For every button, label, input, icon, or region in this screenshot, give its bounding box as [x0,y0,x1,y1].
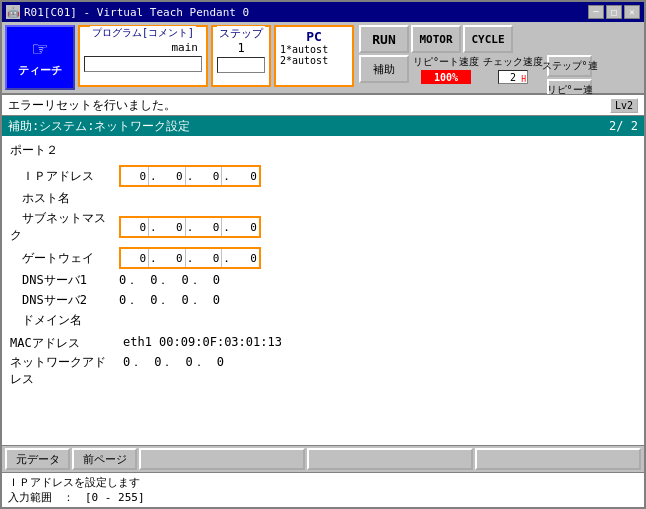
ip-field-1[interactable] [121,167,149,185]
speed-bar: 100% [421,70,471,84]
gateway-dot-3: . [222,252,231,265]
moto-data-button[interactable]: 元データ [5,448,70,470]
domain-label: ドメイン名 [10,312,115,329]
toolbar-right-top: RUN MOTOR CYCLE [359,25,592,53]
gateway-dot-1: . [149,252,158,265]
subnet-row: サブネットマスク . . . [10,210,636,244]
mac-row: MACアドレス eth1 00:09:0F:03:01:13 [10,335,636,352]
error-message: エラーリセットを行いました。 [8,97,176,114]
title-bar: 🤖 R01[C01] - Virtual Teach Pendant 0 ─ □… [2,2,644,22]
subnet-field-2[interactable] [158,218,186,236]
network-addr-value: 0． 0． 0． 0 [123,354,224,388]
subnet-field-3[interactable] [194,218,222,236]
toolbar-right: RUN MOTOR CYCLE 補助 リピ°ート速度 100% チェック速度 2… [359,25,592,90]
hojo-button[interactable]: 補助 [359,55,409,83]
status-bar: ＩＰアドレスを設定します 入力範囲 ： [0 - 255] [2,472,644,507]
dns1-row: DNSサーバ1 0． 0． 0． 0 [10,272,636,289]
gateway-field-4[interactable] [231,249,259,267]
teach-hand-icon: ☞ [33,37,47,61]
ip-field-3[interactable] [194,167,222,185]
port-label: ポート２ [10,142,636,159]
hostname-label: ホスト名 [10,190,115,207]
mac-value: eth1 00:09:0F:03:01:13 [123,335,282,352]
step-block: ステップ 1 [211,25,271,87]
dns2-label: DNSサーバ2 [10,292,115,309]
ip-dot-3: . [222,170,231,183]
gateway-field-2[interactable] [158,249,186,267]
check-h-indicator: H [521,75,526,84]
program-input[interactable] [84,56,202,72]
dns1-label: DNSサーバ1 [10,272,115,289]
gateway-label: ゲートウェイ [10,250,115,267]
program-label: プログラム[コメント] [90,26,196,40]
network-grid: ＩＰアドレス . . . ホスト名 サブネットマスク [10,165,636,329]
program-block: プログラム[コメント] main [78,25,208,87]
speed-value: 100% [434,72,458,83]
dns1-value: 0． 0． 0． 0 [119,272,220,289]
ip-label: ＩＰアドレス [10,168,115,185]
mac-section: MACアドレス eth1 00:09:0F:03:01:13 ネットワークアドレ… [10,335,636,390]
teach-label: ティーチ [18,63,62,78]
subnet-dot-3: . [222,221,231,234]
subnet-label: サブネットマスク [10,210,115,244]
subnet-field-4[interactable] [231,218,259,236]
program-value: main [84,41,202,54]
toolbar-mid: プログラム[コメント] main ステップ 1 PC 1*autost 2*au… [78,25,354,90]
empty-btn-5 [475,448,641,470]
gateway-dot-2: . [186,252,195,265]
cycle-button[interactable]: CYCLE [463,25,513,53]
program-step-row: プログラム[コメント] main ステップ 1 PC 1*autost 2*au… [78,25,354,87]
subnet-input-group[interactable]: . . . [119,216,261,238]
maximize-button[interactable]: □ [606,5,622,19]
lv-badge: Lv2 [610,98,638,113]
check-speed-section: チェック速度 2 H [483,55,543,84]
ip-field-2[interactable] [158,167,186,185]
app-icon: 🤖 [6,5,20,19]
empty-btn-3 [139,448,305,470]
dns2-value: 0． 0． 0． 0 [119,292,220,309]
step-input[interactable] [217,57,265,73]
check-speed-label: チェック速度 [483,55,543,69]
network-addr-row: ネットワークアドレス 0． 0． 0． 0 [10,354,636,388]
prev-page-button[interactable]: 前ページ [72,448,137,470]
ip-address-row: ＩＰアドレス . . . [10,165,636,187]
minimize-button[interactable]: ─ [588,5,604,19]
status-line1: ＩＰアドレスを設定します [8,475,638,490]
breadcrumb-bar: 補助:システム:ネットワーク設定 2/ 2 [2,116,644,136]
run-button[interactable]: RUN [359,25,409,53]
page-indicator: 2/ 2 [609,119,638,133]
title-bar-left: 🤖 R01[C01] - Virtual Teach Pendant 0 [6,5,249,19]
ip-input-group[interactable]: . . . [119,165,261,187]
subnet-dot-2: . [186,221,195,234]
dns2-row: DNSサーバ2 0． 0． 0． 0 [10,292,636,309]
teach-button[interactable]: ☞ ティーチ [5,25,75,90]
gateway-field-1[interactable] [121,249,149,267]
breadcrumb-path: 補助:システム:ネットワーク設定 [8,118,190,135]
mac-label: MACアドレス [10,335,115,352]
error-bar: エラーリセットを行いました。 Lv2 [2,94,644,116]
hostname-row: ホスト名 [10,190,636,207]
check-value-box: 2 H [498,70,528,84]
step-label: ステップ [217,26,265,41]
ripi-speed-section: リピ°ート速度 100% [413,55,479,84]
subnet-field-1[interactable] [121,218,149,236]
subnet-dot-1: . [149,221,158,234]
main-window: 🤖 R01[C01] - Virtual Teach Pendant 0 ─ □… [0,0,646,509]
empty-btn-4 [307,448,473,470]
ip-field-4[interactable] [231,167,259,185]
ip-dot-1: . [149,170,158,183]
step-value: 1 [217,41,265,55]
gateway-field-3[interactable] [194,249,222,267]
close-button[interactable]: ✕ [624,5,640,19]
main-content: ポート２ ＩＰアドレス . . . ホスト名 [2,136,644,445]
ip-dot-2: . [186,170,195,183]
gateway-input-group[interactable]: . . . [119,247,261,269]
check-value: 2 [510,72,516,83]
gateway-row: ゲートウェイ . . . [10,247,636,269]
ripi-speed-label: リピ°ート速度 [413,55,479,69]
step-ren-button[interactable]: ステップ°連 [547,55,592,77]
status-line2: 入力範囲 ： [0 - 255] [8,490,638,505]
motor-button[interactable]: MOTOR [411,25,461,53]
pc-line2: 2*autost [280,55,348,66]
pc-label: PC [280,29,348,44]
